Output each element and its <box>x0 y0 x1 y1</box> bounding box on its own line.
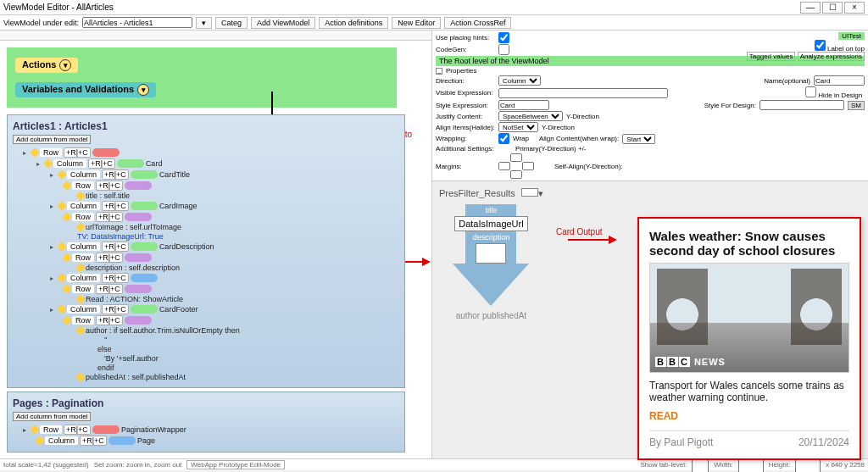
add-column-button[interactable]: Add column from model <box>13 135 91 144</box>
tree-col-page[interactable]: Column+R|+CPage <box>13 436 399 446</box>
ydir-label-2: Y-Direction <box>542 124 575 131</box>
tree-leaf-author-else: else <box>13 345 399 353</box>
ruler <box>0 31 431 41</box>
categ-button[interactable]: Categ <box>215 17 248 29</box>
tree-leaf-description[interactable]: description : self.description <box>13 264 399 272</box>
nameopt-label: Name(optional) <box>764 77 810 85</box>
nameopt-input[interactable] <box>814 75 865 86</box>
tagged-values-button[interactable]: Tagged values <box>747 52 796 61</box>
bbc-news-logo: BBC NEWS <box>655 357 726 367</box>
tree-row-footer[interactable]: Row+R|+C <box>13 315 399 325</box>
arrow-card-output <box>568 239 610 241</box>
margin-bottom-input[interactable] <box>510 170 522 179</box>
card-author: By Paul Pigott <box>649 436 713 448</box>
margin-left-input[interactable] <box>498 162 510 170</box>
visexpr-input[interactable] <box>498 88 668 98</box>
maximize-button[interactable]: ☐ <box>822 2 843 14</box>
tree-row-title[interactable]: Row+R|+C <box>13 180 399 191</box>
wrap-check[interactable] <box>498 133 509 144</box>
properties-label[interactable]: Properties <box>446 67 476 75</box>
pages-box: Pages : Pagination Add column from model… <box>7 391 405 453</box>
addsettings-label: Additional Settings: <box>436 145 495 153</box>
preview-description-label: description <box>473 233 510 242</box>
use-placing-hints-label: Use placing hints: <box>436 34 495 42</box>
alignitems-select[interactable]: NotSet <box>498 122 538 132</box>
tree-col-cardimage[interactable]: ▸Column+R|+CCardImage <box>13 201 399 211</box>
tree-leaf-author-endif: endif <box>13 364 399 372</box>
status-height: Height: <box>769 461 790 469</box>
tree-row-pag[interactable]: ▸Row+R|+CPaginationWrapper <box>13 425 399 435</box>
dropdown-button[interactable]: ▾ <box>196 17 212 29</box>
alignitems-label: Align Items(Halide): <box>436 124 495 131</box>
window-title: ViewModel Editor - AllArticles <box>3 3 798 12</box>
codegen-label: CodeGen: <box>436 46 495 53</box>
card-date: 20/11/2024 <box>798 436 849 448</box>
tree-leaf-author-empty: '' <box>13 336 399 344</box>
card-output: Wales weather: Snow causes second day of… <box>637 217 861 460</box>
visexpr-label: Visible Expression: <box>436 89 495 97</box>
tree-col-carddescription[interactable]: ▸Column+R|+CCardDescription <box>13 242 399 252</box>
direction-label: Direction: <box>436 77 495 85</box>
tree-tv-dataisimageurl: TV: DataIsImageUrl: True <box>13 232 399 241</box>
close-button[interactable]: × <box>844 2 865 14</box>
actions-chip[interactable]: Actions▾ <box>15 58 78 73</box>
tree-row-read[interactable]: Row+R|+C <box>13 284 399 294</box>
variables-validations-chip[interactable]: Variables and Validations▾ <box>15 82 156 97</box>
primary-label: Primary(Y-Direction) +/- <box>515 145 587 153</box>
tree-leaf-author-if[interactable]: author : if self.author.Trim.isNullOrEmp… <box>13 326 399 335</box>
card-image: BBC NEWS <box>649 263 849 373</box>
tree-leaf-publishedat[interactable]: publishedAt : self.publishedAt <box>13 373 399 381</box>
vm-name-input[interactable] <box>82 17 192 28</box>
add-column-button-2[interactable]: Add column from model <box>13 412 91 421</box>
vm-under-edit-label: ViewModel under edit: <box>3 19 79 27</box>
hide-design-check[interactable]: Hide in Design <box>805 86 865 99</box>
read-link[interactable]: READ <box>649 410 849 422</box>
styleexpr-input[interactable] <box>498 100 549 110</box>
justify-select[interactable]: SpaceBetween <box>498 111 563 121</box>
margin-right-input[interactable] <box>522 162 534 170</box>
tree-col-cardtitle[interactable]: ▸Column+R|+CCardTitle <box>13 169 399 180</box>
selfalign-label: Self-Align(Y-Direction): <box>554 163 623 170</box>
card-title: Wales weather: Snow causes second day of… <box>649 229 849 258</box>
status-zoom[interactable]: Set zoom: zoom in, zoom out <box>94 461 182 469</box>
tree-row-image[interactable]: Row+R|+C <box>13 212 399 222</box>
new-editor-button[interactable]: New Editor <box>392 17 441 29</box>
minimize-button[interactable]: — <box>800 2 821 14</box>
preview-arrow-down: title DataIsImageUrl description <box>453 204 529 306</box>
tree-leaf-title[interactable]: title : self.title <box>13 192 399 200</box>
analyze-expressions-button[interactable]: Analyze expressions <box>798 52 865 61</box>
pages-title: Pages : Pagination <box>13 397 399 409</box>
direction-select[interactable]: Column <box>498 75 541 86</box>
preview-footer-labels: author publishedAt <box>439 311 543 320</box>
ydir-label: Y-Direction <box>566 113 599 120</box>
tree-row-desc[interactable]: Row+R|+C <box>13 253 399 263</box>
margins-label: Margins: <box>436 163 495 170</box>
presfilter-title: PresFilter_Results ▾ <box>439 188 543 199</box>
styledesign-input[interactable] <box>760 100 844 110</box>
sm-button[interactable]: SM <box>848 101 865 110</box>
status-dims: x 640 y 2258 <box>826 461 865 469</box>
use-placing-hints-check[interactable] <box>498 32 509 43</box>
codegen-check[interactable] <box>498 44 509 55</box>
tree-col-read[interactable]: ▸Column+R|+C <box>13 273 399 283</box>
uitest-button[interactable]: UITest <box>838 32 865 40</box>
tree-leaf-author-by: 'By '+self.author <box>13 354 399 363</box>
tree-col-card[interactable]: ▸Column+R|+CCard <box>13 158 399 169</box>
action-definitions-button[interactable]: Action definitions <box>319 17 388 29</box>
tree-leaf-urltoimage[interactable]: urlToImage : self.urlToImage <box>13 223 399 231</box>
justify-label: Justify Content: <box>436 113 495 120</box>
tree-leaf-read[interactable]: Read : ACTION: ShowArticle <box>13 295 399 303</box>
preview-dataisimageurl: DataIsImageUrl <box>454 216 527 231</box>
aligncontent-select[interactable]: Start <box>622 134 655 144</box>
articles-box: Articles1 : Articles1 Add column from mo… <box>7 114 405 388</box>
status-proto[interactable]: WebApp Prototype Edit-Mode <box>186 460 285 469</box>
action-crossref-button[interactable]: Action CrossRef <box>444 17 511 29</box>
add-viewmodel-button[interactable]: Add ViewModel <box>251 17 315 29</box>
styledesign-label: Style For Design: <box>704 102 756 109</box>
margin-top-input[interactable] <box>510 153 522 162</box>
card-description: Transport for Wales cancels some trains … <box>649 380 849 403</box>
preview-title-label: title <box>485 206 497 214</box>
tree-col-cardfooter[interactable]: ▸Column+R|+CCardFooter <box>13 304 399 314</box>
tree-row-root[interactable]: ▸Row+R|+C <box>13 147 399 158</box>
articles-title: Articles1 : Articles1 <box>13 120 399 132</box>
